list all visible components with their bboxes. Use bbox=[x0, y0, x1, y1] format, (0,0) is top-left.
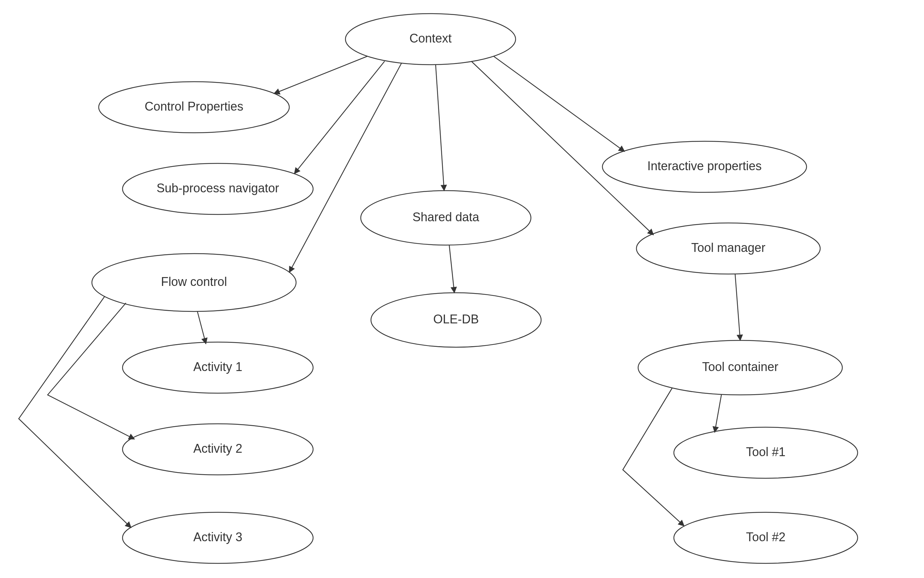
node-control_properties-label: Control Properties bbox=[145, 99, 243, 114]
edge-context-to-tool_manager bbox=[471, 61, 653, 235]
edge-flow_control-to-activity_1 bbox=[198, 312, 206, 344]
node-flow_control-label: Flow control bbox=[161, 275, 227, 289]
node-context: Context bbox=[345, 14, 515, 65]
node-sub_process_navigator-label: Sub-process navigator bbox=[157, 181, 279, 195]
node-ole_db-label: OLE-DB bbox=[433, 312, 479, 326]
node-activity_3-label: Activity 3 bbox=[193, 530, 242, 544]
node-tool_container-label: Tool container bbox=[702, 360, 778, 374]
node-activity_1-label: Activity 1 bbox=[193, 360, 242, 374]
edge-context-to-sub_process_navigator bbox=[294, 61, 384, 174]
node-ole_db: OLE-DB bbox=[371, 293, 541, 347]
node-activity_1: Activity 1 bbox=[123, 342, 313, 393]
node-interactive_properties-label: Interactive properties bbox=[647, 159, 762, 173]
node-context-label: Context bbox=[409, 31, 452, 45]
edge-tool_manager-to-tool_container bbox=[735, 274, 740, 340]
node-interactive_properties: Interactive properties bbox=[602, 141, 807, 192]
edge-flow_control-to-activity_3 bbox=[19, 296, 131, 528]
nodes-group: ContextControl PropertiesSub-process nav… bbox=[92, 14, 858, 563]
node-shared_data-label: Shared data bbox=[412, 210, 480, 224]
edge-tool_container-to-tool_1 bbox=[715, 394, 721, 432]
node-activity_3: Activity 3 bbox=[123, 512, 313, 563]
edge-flow_control-to-activity_2 bbox=[48, 303, 135, 439]
node-sub_process_navigator: Sub-process navigator bbox=[123, 163, 313, 214]
node-control_properties: Control Properties bbox=[99, 82, 289, 133]
node-tool_2: Tool #2 bbox=[674, 512, 858, 563]
edge-context-to-control_properties bbox=[274, 56, 368, 94]
edge-shared_data-to-ole_db bbox=[449, 245, 454, 293]
node-tool_1-label: Tool #1 bbox=[746, 445, 786, 459]
edge-context-to-shared_data bbox=[436, 65, 444, 191]
node-activity_2: Activity 2 bbox=[123, 424, 313, 475]
edge-context-to-flow_control bbox=[289, 63, 402, 272]
node-tool_container: Tool container bbox=[638, 340, 842, 395]
context-diagram: ContextControl PropertiesSub-process nav… bbox=[0, 0, 924, 578]
node-flow_control: Flow control bbox=[92, 253, 296, 312]
node-shared_data: Shared data bbox=[361, 191, 531, 245]
node-activity_2-label: Activity 2 bbox=[193, 442, 242, 455]
edge-context-to-interactive_properties bbox=[493, 56, 624, 151]
node-tool_1: Tool #1 bbox=[674, 427, 858, 478]
node-tool_2-label: Tool #2 bbox=[746, 530, 786, 544]
node-tool_manager-label: Tool manager bbox=[691, 241, 765, 255]
node-tool_manager: Tool manager bbox=[636, 223, 820, 274]
